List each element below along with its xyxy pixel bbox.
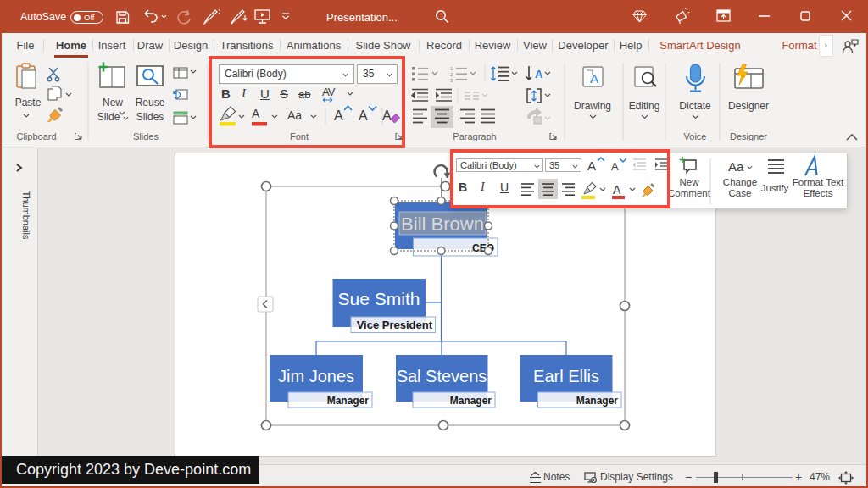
svg-text:Manager: Manager xyxy=(576,395,619,407)
svg-text:Manager: Manager xyxy=(327,395,370,407)
svg-text:A: A xyxy=(535,68,543,80)
svg-text:Sal Stevens: Sal Stevens xyxy=(397,367,487,385)
svg-text:Bill Brown: Bill Brown xyxy=(401,214,484,235)
svg-text:Vice President: Vice President xyxy=(357,319,433,331)
svg-text:1: 1 xyxy=(450,66,453,71)
svg-text:Jim Jones: Jim Jones xyxy=(278,367,354,385)
svg-text:2: 2 xyxy=(450,72,453,77)
svg-text:Earl Ellis: Earl Ellis xyxy=(533,367,599,385)
svg-text:A: A xyxy=(590,71,598,86)
svg-text:3: 3 xyxy=(450,78,453,83)
svg-text:Manager: Manager xyxy=(450,395,492,407)
svg-text:Sue Smith: Sue Smith xyxy=(338,289,420,308)
